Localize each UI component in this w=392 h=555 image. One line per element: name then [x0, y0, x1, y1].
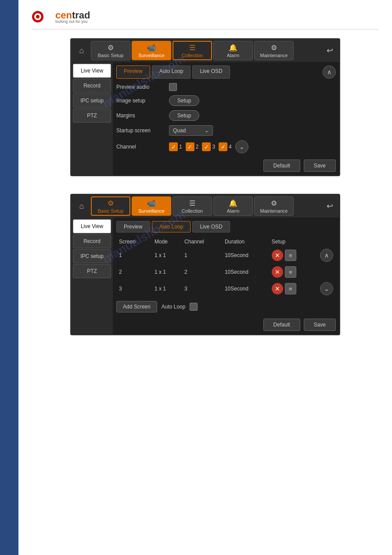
row2-mode: 1 x 1	[152, 264, 182, 280]
row2-actions: ✕ ≡	[269, 264, 317, 280]
panel2-default-button[interactable]: Default	[263, 319, 300, 331]
panel1-sidebar-liveview[interactable]: Live View	[73, 64, 111, 78]
row2-config-btn[interactable]: ≡	[285, 266, 296, 278]
panel2-nav-maintenance[interactable]: ⚙ Maintenance	[254, 196, 294, 216]
panel1-nav-collection[interactable]: ☰ Collection	[173, 41, 212, 60]
panel1-sidebar-ptz[interactable]: PTZ	[73, 109, 111, 123]
panel2-collection-icon: ☰	[189, 199, 195, 207]
panel1-nav-surveillance[interactable]: 📹 Surveillance	[132, 41, 171, 60]
panel1-scroll-up[interactable]: ∧	[323, 65, 336, 79]
row1-config-btn[interactable]: ≡	[285, 250, 296, 261]
panel1-tab-liveosd[interactable]: Live OSD	[192, 65, 230, 79]
channel-row: Channel ✓ 1 ✓ 2 ✓ 3	[116, 140, 336, 153]
auto-loop-checkbox[interactable]	[190, 303, 198, 311]
panel2-sidebar-record[interactable]: Record	[73, 234, 111, 248]
image-setup-row: Image setup Setup	[116, 95, 336, 106]
startup-screen-label: Startup screen	[116, 127, 165, 134]
panel2-nav-collection-label: Collection	[182, 208, 203, 214]
panel2-nav-maintenance-label: Maintenance	[260, 208, 288, 214]
panel1-nav-basicsetup[interactable]: ⚙ Basic Setup	[91, 41, 130, 60]
autoloop-table: Screen Mode Channel Duration Setup 1 1 x…	[116, 237, 336, 297]
startup-screen-select[interactable]: Quad ⌄	[169, 125, 213, 136]
surveillance-icon: 📹	[147, 44, 156, 52]
col-screen: Screen	[116, 237, 152, 247]
collection-icon: ☰	[189, 44, 195, 52]
preview-audio-checkbox[interactable]	[169, 83, 177, 91]
row1-screen: 1	[116, 247, 152, 264]
panel1-nav-alarm[interactable]: 🔔 Alarm	[213, 41, 253, 60]
check-icon-4: ✓	[219, 142, 227, 151]
panel2-nav-alarm[interactable]: 🔔 Alarm	[213, 196, 253, 216]
panel1-save-button[interactable]: Save	[304, 160, 336, 172]
row3-delete-btn[interactable]: ✕	[272, 283, 283, 294]
panel2-maintenance-icon: ⚙	[271, 199, 277, 207]
channel-checks: ✓ 1 ✓ 2 ✓ 3 ✓ 4	[169, 140, 248, 153]
table-row: 3 1 x 1 3 10Second ✕ ≡ ⌄	[116, 280, 336, 297]
panel2-nav-alarm-label: Alarm	[227, 208, 240, 214]
panel1-nav-maintenance[interactable]: ⚙ Maintenance	[254, 41, 294, 60]
channel-2-label: 2	[196, 144, 199, 150]
panel1-sidebar-record[interactable]: Record	[73, 79, 111, 93]
channel-2-check[interactable]: ✓ 2	[186, 142, 199, 151]
row3-config-btn[interactable]: ≡	[285, 283, 296, 294]
channel-1-check[interactable]: ✓ 1	[169, 142, 182, 151]
margins-button[interactable]: Setup	[169, 110, 199, 121]
panel2-main: Preview Auto Loop Live OSD Screen Mode C…	[113, 218, 339, 334]
panel1-nav: ⌂ ⚙ Basic Setup 📹 Surveillance ☰ Collect…	[71, 39, 339, 62]
panel1-tabs: Preview Auto Loop Live OSD ∧	[116, 65, 336, 79]
panel1-tab-autoloop[interactable]: Auto Loop	[152, 65, 191, 79]
row1-actions: ✕ ≡	[269, 247, 317, 264]
channel-4-check[interactable]: ✓ 4	[219, 142, 232, 151]
panel2-tabs: Preview Auto Loop Live OSD	[116, 221, 336, 232]
panel2-nav: ⌂ ⚙ Basic Setup 📹 Surveillance ☰ Collect…	[71, 195, 339, 218]
row1-channel: 1	[182, 247, 222, 264]
panel2-tab-autoloop[interactable]: Auto Loop	[152, 221, 191, 232]
image-setup-button[interactable]: Setup	[169, 95, 199, 106]
panel2-nav-basicsetup[interactable]: ⚙ Basic Setup	[91, 196, 130, 216]
row3-mode: 1 x 1	[152, 280, 182, 297]
row3-duration: 10Second	[222, 280, 269, 297]
startup-screen-chevron: ⌄	[205, 127, 209, 134]
panel2-sidebar-ptz[interactable]: PTZ	[73, 264, 111, 278]
panel1-sidebar-ipcsetup[interactable]: IPC setup	[73, 94, 111, 108]
panel1: manualslib.com ⌂ ⚙ Basic Setup 📹 Surveil…	[70, 38, 340, 176]
table-scroll-down[interactable]: ⌄	[320, 282, 333, 295]
logo-subtitle: looking out for you	[55, 19, 90, 24]
panel2-back-btn[interactable]: ↩	[323, 199, 337, 213]
panel1-back-btn[interactable]: ↩	[323, 44, 337, 58]
add-screen-autoloop-row: Add Screen Auto Loop	[116, 301, 336, 312]
startup-screen-value: Quad	[173, 127, 186, 134]
panel2-save-button[interactable]: Save	[304, 319, 336, 331]
channel-3-check[interactable]: ✓ 3	[202, 142, 215, 151]
panel2-sidebar-ipcsetup[interactable]: IPC setup	[73, 249, 111, 263]
row1-mode: 1 x 1	[152, 247, 182, 264]
panel1-home-btn[interactable]: ⌂	[74, 41, 90, 60]
panel2-nav-surveillance-label: Surveillance	[138, 208, 165, 214]
panel2-home-btn[interactable]: ⌂	[74, 196, 90, 216]
row2-delete-btn[interactable]: ✕	[272, 266, 283, 278]
row3-actions: ✕ ≡	[269, 280, 317, 297]
basic-setup-icon: ⚙	[108, 44, 114, 52]
add-screen-button[interactable]: Add Screen	[116, 301, 157, 312]
panel2-basic-setup-icon: ⚙	[108, 199, 114, 207]
panel1-default-button[interactable]: Default	[263, 160, 300, 172]
panel1-action-btns: Default Save	[116, 160, 336, 172]
panel2-nav-collection[interactable]: ☰ Collection	[173, 196, 212, 216]
preview-audio-label: Preview audio	[116, 84, 165, 90]
panel2-tab-preview[interactable]: Preview	[116, 221, 150, 232]
panel1-main: Preview Auto Loop Live OSD ∧ Preview aud…	[113, 62, 339, 175]
table-row: 1 1 x 1 1 10Second ✕ ≡ ∧	[116, 247, 336, 264]
col-setup: Setup	[269, 237, 317, 247]
table-row: 2 1 x 1 2 10Second ✕ ≡	[116, 264, 336, 280]
panel1-tab-preview[interactable]: Preview	[116, 65, 150, 79]
table-scroll-up[interactable]: ∧	[320, 249, 333, 262]
check-icon-2: ✓	[186, 142, 194, 151]
row2-channel: 2	[182, 264, 222, 280]
panel2-sidebar-liveview[interactable]: Live View	[73, 219, 111, 233]
panel2-nav-surveillance[interactable]: 📹 Surveillance	[132, 196, 171, 216]
logo-area: centrad looking out for you	[32, 9, 379, 29]
channel-scroll-down[interactable]: ⌄	[235, 140, 248, 153]
channel-4-label: 4	[229, 144, 232, 150]
panel2-tab-liveosd[interactable]: Live OSD	[192, 221, 230, 232]
row1-delete-btn[interactable]: ✕	[272, 250, 283, 261]
